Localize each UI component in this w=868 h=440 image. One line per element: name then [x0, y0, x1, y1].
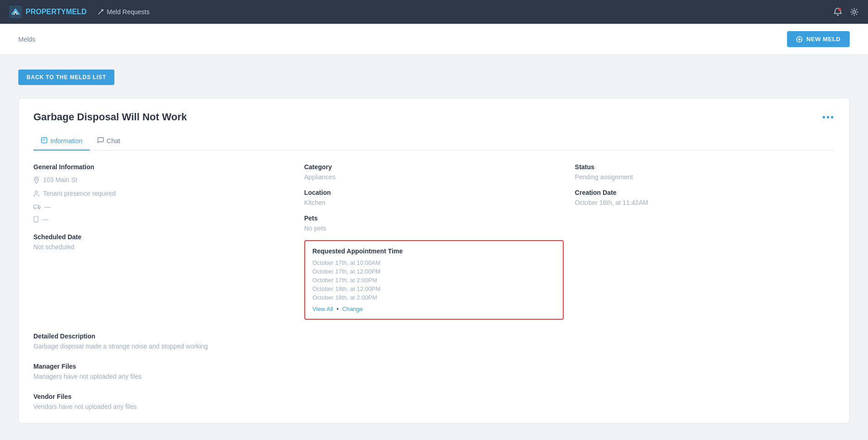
vendor-files-value: Vendors have not uploaded any files: [33, 403, 835, 410]
nav-meld-requests[interactable]: Meld Requests: [97, 8, 149, 16]
detailed-description-value: Garbage disposal made a strange noise an…: [33, 343, 835, 350]
logo[interactable]: PROPERTYMELD: [9, 5, 86, 18]
gear-icon: [850, 7, 859, 16]
tenant-presence-item: Tenant presence required: [33, 190, 293, 199]
settings-button[interactable]: [850, 7, 859, 16]
logo-text: PROPERTYMELD: [26, 8, 86, 16]
tab-chat[interactable]: Chat: [90, 132, 128, 150]
nav-left: PROPERTYMELD Meld Requests: [9, 5, 150, 18]
card-title: Garbage Disposal Will Not Work: [33, 111, 187, 123]
middle-column: Category Appliances Location Kitchen Pet…: [304, 163, 564, 320]
tab-information[interactable]: Information: [33, 132, 90, 150]
phone-item: —: [33, 215, 293, 224]
new-meld-button[interactable]: NEW MELD: [787, 31, 850, 47]
phone-dash: —: [42, 215, 49, 223]
scheduled-date-label: Scheduled Date: [33, 233, 293, 241]
appointment-time-2: October 17th, at 12:00PM: [313, 268, 556, 275]
svg-point-2: [838, 8, 841, 11]
top-navigation: PROPERTYMELD Meld Requests: [0, 0, 868, 24]
nav-right: [833, 7, 859, 16]
manager-files-section: Manager Files Managers have not uploaded…: [33, 363, 835, 380]
wrench-icon: [97, 9, 104, 15]
svg-rect-8: [34, 205, 38, 208]
manager-files-value: Managers have not uploaded any files: [33, 373, 835, 380]
appointment-time-1: October 17th, at 10:00AM: [313, 259, 556, 266]
svg-point-9: [34, 208, 35, 209]
info-grid: General Information 103 Main St: [33, 163, 835, 320]
right-column: Status Pending assignment Creation Date …: [575, 163, 835, 320]
appointment-box: Requested Appointment Time October 17th,…: [304, 240, 564, 320]
truck-icon: [33, 204, 41, 211]
creation-date-value: October 16th, at 11:42AM: [575, 199, 835, 206]
svg-point-7: [35, 191, 38, 193]
notification-button[interactable]: [833, 7, 842, 16]
information-tab-icon: [41, 137, 48, 145]
address-value: 103 Main St: [43, 176, 77, 183]
location-pin-icon: [33, 177, 39, 185]
status-label: Status: [575, 163, 835, 171]
scheduled-date-value: Not scheduled: [33, 243, 293, 251]
page-content: BACK TO THE MELDS LIST Garbage Disposal …: [0, 55, 868, 438]
change-link[interactable]: Change: [342, 306, 363, 312]
general-information-label: General Information: [33, 163, 293, 171]
appointment-time-4: October 18th, at 12:00PM: [313, 285, 556, 292]
pets-label: Pets: [304, 215, 564, 222]
person-icon: [33, 190, 39, 199]
location-label: Location: [304, 189, 564, 196]
appointment-time-3: October 17th, at 2:00PM: [313, 277, 556, 284]
manager-files-label: Manager Files: [33, 363, 835, 370]
meld-detail-card: Garbage Disposal Will Not Work ••• Infor…: [18, 98, 850, 424]
more-options-button[interactable]: •••: [822, 112, 835, 123]
location-value: Kitchen: [304, 199, 564, 206]
card-header: Garbage Disposal Will Not Work •••: [33, 111, 835, 123]
status-value: Pending assignment: [575, 173, 835, 181]
vendor-files-section: Vendor Files Vendors have not uploaded a…: [33, 393, 835, 410]
phone-icon: [33, 216, 38, 224]
plus-circle-icon: [796, 36, 803, 43]
breadcrumb[interactable]: Melds: [18, 36, 35, 43]
dot-separator: •: [337, 306, 339, 312]
category-value: Appliances: [304, 173, 564, 181]
creation-date-label: Creation Date: [575, 189, 835, 196]
truck-dash: —: [44, 203, 51, 210]
bell-icon: [833, 7, 842, 16]
appointment-time-5: October 18th, at 2:00PM: [313, 294, 556, 301]
logo-icon: [9, 5, 22, 18]
detailed-description-label: Detailed Description: [33, 333, 835, 340]
svg-point-10: [38, 208, 39, 209]
truck-item: —: [33, 203, 293, 211]
tenant-presence-value: Tenant presence required: [43, 190, 116, 197]
vendor-files-label: Vendor Files: [33, 393, 835, 400]
pets-value: No pets: [304, 225, 564, 232]
svg-point-6: [36, 178, 37, 180]
back-to-melds-button[interactable]: BACK TO THE MELDS LIST: [18, 70, 114, 85]
subheader: Melds NEW MELD: [0, 24, 868, 55]
category-label: Category: [304, 163, 564, 171]
detail-tabs: Information Chat: [33, 132, 835, 150]
appointment-label: Requested Appointment Time: [313, 247, 556, 255]
svg-point-3: [853, 11, 856, 13]
chat-tab-icon: [97, 137, 104, 145]
appointment-links: View All • Change: [313, 306, 556, 312]
address-item: 103 Main St: [33, 176, 293, 185]
detailed-description-section: Detailed Description Garbage disposal ma…: [33, 333, 835, 350]
left-column: General Information 103 Main St: [33, 163, 293, 320]
view-all-link[interactable]: View All: [313, 306, 333, 312]
